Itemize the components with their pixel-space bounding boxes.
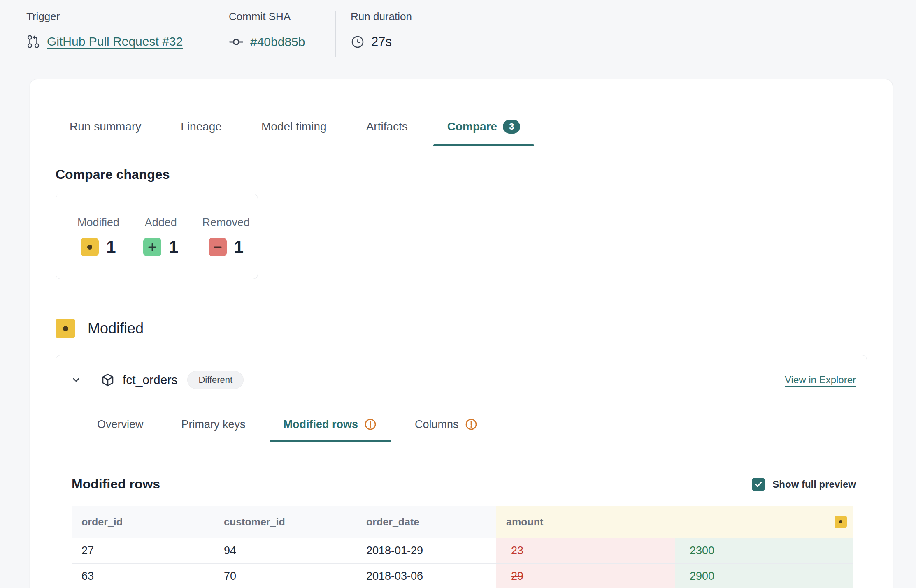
- table-cell: 70: [214, 563, 356, 588]
- table-cell-old-value: 29: [496, 563, 675, 588]
- compare-summary-card: Modified 1 Added 1 Removed 1: [56, 194, 258, 279]
- commit-icon: [229, 35, 244, 49]
- summary-removed-label: Removed: [202, 216, 250, 229]
- summary-modified: Modified 1: [77, 216, 119, 257]
- tab-primary-keys[interactable]: Primary keys: [167, 414, 260, 442]
- modified-section-header: Modified: [56, 319, 867, 338]
- column-header-customer-id: customer_id: [214, 506, 356, 538]
- summary-added-label: Added: [145, 216, 177, 229]
- commit-sha-link[interactable]: #40bd85b: [250, 35, 305, 49]
- stat-run-duration: Run duration 27s: [336, 10, 412, 60]
- model-icon: [100, 373, 115, 387]
- compare-count-badge: 3: [503, 120, 520, 134]
- summary-modified-count: 1: [106, 237, 116, 257]
- page: { "colors": { "accent": "#2c6e6e", "page…: [0, 0, 916, 588]
- table-cell-new-value: 2900: [675, 563, 853, 588]
- modified-rows-title: Modified rows: [72, 477, 160, 492]
- tab-overview[interactable]: Overview: [83, 414, 158, 442]
- main-tab-bar: Run summary Lineage Model timing Artifac…: [56, 116, 867, 146]
- tab-columns[interactable]: Columns: [401, 414, 492, 442]
- diff-status-badge: Different: [187, 371, 244, 389]
- tab-modified-rows[interactable]: Modified rows: [270, 414, 391, 442]
- summary-removed-count: 1: [234, 237, 244, 257]
- table-cell: 63: [72, 563, 214, 588]
- trigger-link[interactable]: GitHub Pull Request #32: [47, 35, 183, 49]
- show-full-preview-label: Show full preview: [772, 479, 856, 490]
- checkbox-checked-icon[interactable]: [752, 478, 765, 491]
- run-duration-value: 27s: [371, 35, 392, 49]
- tab-lineage[interactable]: Lineage: [167, 116, 236, 146]
- summary-added-count: 1: [169, 237, 178, 257]
- tab-compare[interactable]: Compare 3: [433, 116, 535, 146]
- commit-sha-label: Commit SHA: [229, 10, 335, 23]
- modified-column-badge-icon: [835, 516, 847, 528]
- column-header-order-id: order_id: [72, 506, 214, 538]
- view-in-explorer-link[interactable]: View in Explorer: [785, 374, 856, 386]
- added-icon: [143, 238, 161, 256]
- table-cell: 2018-03-06: [356, 563, 496, 588]
- model-card-header: fct_orders Different View in Explorer: [56, 355, 867, 389]
- column-header-amount-label: amount: [506, 516, 543, 528]
- tab-label: Columns: [415, 418, 459, 431]
- tab-artifacts[interactable]: Artifacts: [352, 116, 422, 146]
- tab-label: Overview: [97, 418, 144, 431]
- model-name: fct_orders: [123, 373, 177, 387]
- modified-rows-table: order_id customer_id order_date amount 2…: [72, 506, 853, 588]
- summary-added: Added 1: [143, 216, 178, 257]
- table-cell: 2018-01-29: [356, 538, 496, 563]
- modified-icon: [56, 319, 75, 338]
- column-header-order-date: order_date: [356, 506, 496, 538]
- model-card-fct-orders: fct_orders Different View in Explorer Ov…: [56, 355, 867, 588]
- tab-label: Compare: [447, 120, 497, 133]
- compare-changes-title: Compare changes: [56, 167, 867, 182]
- tab-label: Primary keys: [181, 418, 246, 431]
- tab-label: Artifacts: [366, 120, 408, 133]
- warning-icon: [364, 418, 377, 431]
- removed-icon: [209, 238, 227, 256]
- summary-modified-label: Modified: [77, 216, 119, 229]
- run-detail-card: Run summary Lineage Model timing Artifac…: [30, 79, 893, 588]
- tab-model-timing[interactable]: Model timing: [247, 116, 341, 146]
- chevron-down-icon[interactable]: [70, 374, 82, 386]
- summary-removed: Removed 1: [202, 216, 250, 257]
- modified-rows-panel: Modified rows Show full preview order_id…: [56, 442, 867, 588]
- stat-commit-sha: Commit SHA #40bd85b: [208, 10, 335, 60]
- table-cell-new-value: 2300: [675, 538, 853, 563]
- modified-icon: [81, 238, 99, 256]
- run-header: Trigger GitHub Pull Request #32 Commit S…: [0, 0, 916, 60]
- tab-run-summary[interactable]: Run summary: [56, 116, 155, 146]
- clock-icon: [351, 35, 365, 49]
- model-tab-bar: Overview Primary keys Modified rows Colu…: [70, 414, 856, 442]
- table-cell: 94: [214, 538, 356, 563]
- table-cell: 27: [72, 538, 214, 563]
- trigger-label: Trigger: [26, 10, 208, 23]
- pull-request-icon: [26, 35, 40, 49]
- stat-trigger: Trigger GitHub Pull Request #32: [26, 10, 208, 60]
- modified-section-title: Modified: [88, 320, 144, 337]
- show-full-preview-toggle[interactable]: Show full preview: [752, 478, 856, 491]
- column-header-amount: amount: [496, 506, 853, 538]
- tab-label: Modified rows: [284, 418, 358, 431]
- tab-label: Model timing: [261, 120, 327, 133]
- table-cell-old-value: 23: [496, 538, 675, 563]
- tab-label: Lineage: [181, 120, 222, 133]
- tab-label: Run summary: [70, 120, 141, 133]
- warning-icon: [465, 418, 478, 431]
- run-duration-label: Run duration: [351, 10, 412, 23]
